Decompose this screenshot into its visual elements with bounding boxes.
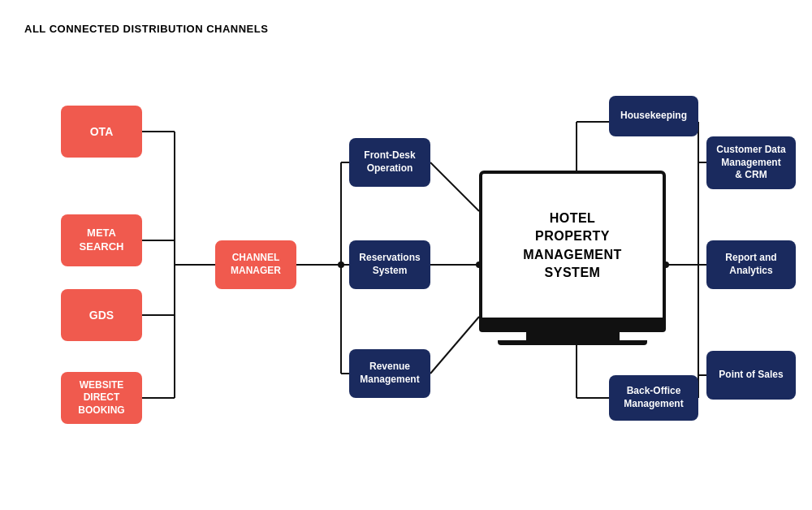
gds-box: GDS [61,289,142,341]
svg-line-13 [430,317,479,374]
diagram-title: ALL CONNECTED DISTRIBUTION CHANNELS [24,23,268,35]
revenue-box: Revenue Management [349,349,430,398]
ota-box: OTA [61,106,142,158]
housekeeping-box: Housekeeping [609,96,698,136]
diagram-container: ALL CONNECTED DISTRIBUTION CHANNELS [0,0,812,510]
svg-line-11 [430,162,479,211]
pms-title: HOTEL PROPERTY MANAGEMENT SYSTEM [523,210,621,283]
back-office-box: Back-Office Management [609,375,698,421]
report-analytics-box: Report and Analytics [706,240,796,289]
website-box: WEBSITE DIRECT BOOKING [61,372,142,424]
reservations-box: Reservations System [349,240,430,289]
customer-data-box: Customer Data Management & CRM [706,136,796,189]
pos-box: Point of Sales [706,351,796,400]
hotel-pms-laptop: HOTEL PROPERTY MANAGEMENT SYSTEM [479,171,666,345]
front-desk-box: Front-Desk Operation [349,138,430,187]
svg-point-27 [338,261,344,268]
meta-search-box: META SEARCH [61,214,142,266]
channel-manager-box: CHANNEL MANAGER [215,240,296,289]
